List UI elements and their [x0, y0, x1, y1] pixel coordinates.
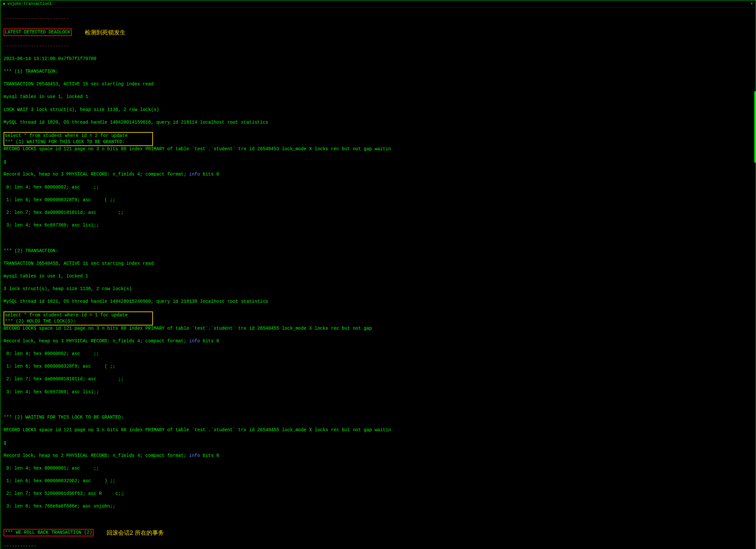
- blank-line: [4, 235, 752, 242]
- txn2-wait-recordlocks-a: RECORD LOCKS space id 121 page no 3 n bi…: [4, 427, 752, 433]
- rollback-text: *** WE ROLL BACK TRANSACTION (2): [5, 530, 92, 535]
- annotation-deadlock: 检测到死锁发生: [85, 29, 126, 37]
- txn2-wait-field1: 1: len 6; hex 0000000329b2; asc ) ;;: [4, 478, 752, 484]
- terminal-content: ------------------------ LATEST DETECTED…: [0, 7, 756, 549]
- txn1-sql: select * from student where id = 2 for u…: [5, 133, 152, 139]
- terminal-window: ✱ vnjohn-transaction1 × ----------------…: [0, 0, 756, 549]
- txn2-sql: select * from student where id = 1 for u…: [5, 312, 152, 318]
- timestamp-line: 2023-06-14 13:12:00 0x7fb7f1f70700: [4, 56, 752, 62]
- txn2-wait-field3: 3: len 6; hex 766e6a6f686e; asc vnjohn;;: [4, 503, 752, 510]
- txn1-thread: MySQL thread id 1820, OS thread handle 1…: [4, 119, 752, 126]
- txn1-recordlock-heap: Record lock, heap no 3 PHYSICAL RECORD: …: [4, 171, 752, 178]
- txn1-field0: 0: len 4; hex 80000002; asc ;;: [4, 184, 752, 191]
- txn2-lockstruct: 3 lock struct(s), heap size 1136, 2 row …: [4, 286, 752, 292]
- txn2-wait-recordlocks-b: g: [4, 440, 752, 446]
- titlebar: ✱ vnjohn-transaction1 ×: [0, 0, 756, 7]
- scrollbar-thumb[interactable]: [754, 91, 756, 163]
- deadlock-header: LATEST DETECTED DEADLOCK: [5, 30, 70, 35]
- txn1-field1: 1: len 6; hex 0000000328f9; asc ( ;;: [4, 197, 752, 204]
- rollback-box: *** WE ROLL BACK TRANSACTION (2): [4, 529, 94, 537]
- blank-line: [4, 516, 752, 523]
- txn1-field3: 3: len 4; hex 6c697369; asc lisi;;: [4, 222, 752, 229]
- txn2-field3: 3: len 4; hex 6c697369; asc lisi;;: [4, 389, 752, 395]
- txn2-wait-field2: 2: len 7; hex 52000001d50f63; asc R c;;: [4, 491, 752, 497]
- info-keyword: info: [189, 338, 200, 343]
- txn1-sql-box: select * from student where id = 2 for u…: [4, 132, 153, 146]
- titlebar-left: ✱ vnjohn-transaction1: [3, 1, 52, 6]
- window-title: vnjohn-transaction1: [7, 2, 52, 6]
- txn1-tables: mysql tables in use 1, locked 1: [4, 94, 752, 100]
- txn2-recordlocks: RECORD LOCKS space id 121 page no 3 n bi…: [4, 325, 752, 332]
- txn1-waiting: *** (1) WAITING FOR THIS LOCK TO BE GRAN…: [5, 139, 152, 145]
- txn2-holds: *** (2) HOLDS THE LOCK(S):: [5, 318, 152, 325]
- close-icon[interactable]: ×: [750, 1, 753, 6]
- txn1-recordlocks-a: RECORD LOCKS space id 121 page no 3 n bi…: [4, 146, 752, 153]
- txn2-header: *** (2) TRANSACTION:: [4, 248, 752, 255]
- annotation-rollback: 回滚会话2 所在的事务: [107, 529, 164, 537]
- txn2-thread: MySQL thread id 1821, OS thread handle 1…: [4, 298, 752, 305]
- info-keyword: info: [189, 453, 200, 458]
- deadlock-header-box: LATEST DETECTED DEADLOCK: [4, 29, 72, 36]
- blank-line: [4, 402, 752, 408]
- txn2-field0: 0: len 4; hex 80000002; asc ;;: [4, 351, 752, 357]
- txn1-recordlocks-b: g: [4, 159, 752, 165]
- txn2-field2: 2: len 7; hex da00000181011d; asc ;;: [4, 376, 752, 382]
- txn2-sql-box: select * from student where id = 1 for u…: [4, 311, 153, 325]
- dash-line: ------------------------: [4, 43, 752, 50]
- gear-icon: ✱: [3, 1, 5, 6]
- dash-line: ------------------------: [4, 16, 752, 22]
- txn1-lockwait: LOCK WAIT 3 lock struct(s), heap size 11…: [4, 107, 752, 113]
- txn2-tables: mysql tables in use 1, locked 1: [4, 273, 752, 280]
- info-keyword: info: [189, 172, 200, 177]
- txn2-wait-recordlock-heap: Record lock, heap no 2 PHYSICAL RECORD: …: [4, 453, 752, 459]
- txn2-field1: 1: len 6; hex 0000000328f9; asc ( ;;: [4, 363, 752, 370]
- txn2-info: TRANSACTION 26540455, ACTIVE 11 sec star…: [4, 261, 752, 267]
- txn1-header: *** (1) TRANSACTION:: [4, 69, 752, 75]
- txn2-recordlock-heap: Record lock, heap no 3 PHYSICAL RECORD: …: [4, 338, 752, 344]
- txn1-field2: 2: len 7; hex da00000181011d; asc ;;: [4, 210, 752, 216]
- txn2-wait-field0: 0: len 4; hex 80000001; asc ;;: [4, 465, 752, 472]
- txn1-info: TRANSACTION 26540453, ACTIVE 15 sec star…: [4, 81, 752, 88]
- txn2-waiting-header: *** (2) WAITING FOR THIS LOCK TO BE GRAN…: [4, 414, 752, 421]
- footer-dashes1: ------------: [4, 543, 752, 549]
